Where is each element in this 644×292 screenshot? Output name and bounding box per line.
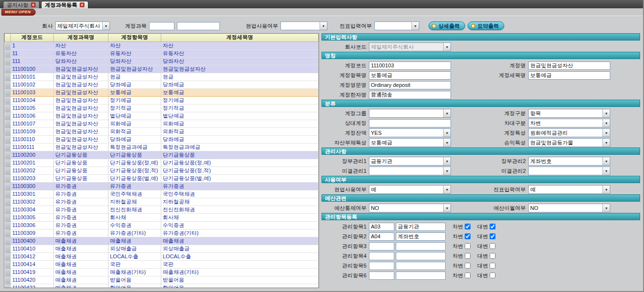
row-gutter — [5, 104, 11, 112]
mgmt-item-4-debit-checkbox[interactable] — [465, 253, 471, 259]
table-row[interactable]: 11100100현금및현금성자산현금및현금성자산현금및현금성자산 — [5, 65, 319, 73]
cell-subject-name: 자산 — [54, 42, 108, 49]
table-row[interactable]: 11100203단기금융상품단기금융상품(별,예)단기금융상품(별,예) — [5, 174, 319, 182]
mgmt-item-6-name-input[interactable] — [396, 271, 446, 280]
table-row[interactable]: 11100400매출채권매출채권매출채권 — [5, 237, 319, 245]
mgmt-item-5-code-input[interactable] — [369, 262, 394, 270]
table-row[interactable]: 11100419매출채권매출채권(기타)매출채권(기타) — [5, 268, 319, 276]
table-row[interactable]: 11100101현금및현금성자산현금현금 — [5, 73, 319, 81]
mgmt-item-3-name-input[interactable] — [396, 242, 446, 250]
table-row[interactable]: 11100304유가증권전신전화채권전신전화채권 — [5, 206, 319, 213]
tab-notice[interactable]: 공지사항 x — [3, 1, 40, 8]
slip-entry-select[interactable]: 예▼ — [528, 185, 610, 194]
account-detail-name-input[interactable] — [528, 71, 610, 80]
table-row[interactable]: 11100300유가증권유가증권유가증권 — [5, 182, 319, 190]
table-row[interactable]: 11100412매출채권LOCAL수출LOCAL수출 — [5, 252, 319, 260]
field-use-filter-select[interactable]: ▼ — [280, 21, 327, 30]
table-row[interactable]: 11100109현금및현금성자산외화적금외화적금 — [5, 127, 319, 135]
mgmt-item-3-code-input[interactable] — [369, 242, 394, 250]
mgmt-item-2-name-input[interactable] — [396, 232, 446, 241]
mgmt-item-1-name-input[interactable] — [396, 223, 446, 231]
table-row[interactable]: 111당좌자산당좌자산당좌자산 — [5, 57, 319, 65]
ledger-mgmt1-select[interactable]: 금융기관▼ — [369, 157, 451, 166]
account-name-search-input[interactable] — [177, 22, 220, 30]
cell-code: 11100400 — [11, 237, 54, 245]
table-row[interactable]: 11100102현금및현금성자산당좌예금당좌예금 — [5, 81, 319, 88]
menu-open-button[interactable]: MENU OPEN — [1, 9, 36, 16]
mgmt-item-2-credit-checkbox[interactable] — [490, 233, 495, 239]
table-row[interactable]: 11100410매출채권외상매출금외상매출금 — [5, 245, 319, 252]
account-english-name-input[interactable] — [369, 81, 451, 89]
table-row[interactable]: 11100306유가증권수익증권수익증권 — [5, 221, 319, 229]
field-use-select[interactable]: 예▼ — [369, 185, 451, 194]
mgmt-item-5-debit-checkbox[interactable] — [465, 263, 471, 269]
table-row[interactable]: 11100414매출채권국판국판 — [5, 260, 319, 268]
table-row[interactable]: 11100420매출채권받을어음받을어음 — [5, 276, 319, 284]
mgmt-item-6-credit-checkbox[interactable] — [490, 272, 495, 278]
mgmt-item-6-code-input[interactable] — [369, 271, 394, 280]
asset-liability-character-select[interactable]: 보통예금▼ — [369, 138, 451, 147]
table-row[interactable]: 11100305유가증권회사채회사채 — [5, 213, 319, 221]
company-label: 회사 — [42, 22, 53, 30]
mgmt-item-row: 관리항목6차변대변 — [322, 271, 640, 280]
summary-print-button[interactable]: 요약출력 — [468, 21, 504, 30]
budget-control-select[interactable]: NO▼ — [369, 204, 451, 212]
table-row[interactable]: 11100200단기금융상품단기금융상품단기금융상품 — [5, 151, 319, 159]
profit-loss-character-select[interactable]: 현금및현금등가물▼ — [528, 138, 610, 147]
budget-carryover-select[interactable]: NO▼ — [528, 204, 610, 212]
ledger-mgmt2-select[interactable]: 계좌번호▼ — [528, 157, 610, 166]
table-row[interactable]: 11100422매출채권할인어음할인어음 — [5, 284, 319, 288]
counter-account-input[interactable] — [369, 119, 451, 127]
table-row[interactable]: 11100202단기금융상품단기금융상품(정,적)단기금융상품(정,적) — [5, 167, 319, 174]
account-code-input[interactable] — [369, 62, 451, 70]
mgmt-item-5-name-input[interactable] — [396, 262, 446, 270]
mgmt-item-5-credit-checkbox[interactable] — [490, 263, 495, 269]
debit-credit-division-select[interactable]: 차변▼ — [528, 119, 610, 127]
tab-close-icon[interactable]: x — [31, 2, 36, 7]
mgmt-item-4-code-input[interactable] — [369, 252, 394, 260]
chevron-down-icon: ▼ — [443, 129, 451, 137]
table-row[interactable]: 11100104현금및현금성자산정기예금정기예금 — [5, 96, 319, 104]
cell-subject-name: 단기금융상품 — [54, 167, 108, 174]
account-balance-select[interactable]: YES▼ — [369, 128, 451, 137]
tab-close-icon[interactable]: x — [80, 2, 85, 7]
cell-item-name: 현금및현금성자산 — [108, 65, 161, 73]
mgmt-item-3-debit-checkbox[interactable] — [465, 243, 471, 249]
table-row[interactable]: 11100103현금및현금성자산보통예금보통예금 — [5, 88, 319, 96]
table-row[interactable]: 11100105현금및현금성자산정기적금정기적금 — [5, 104, 319, 112]
pending-mgmt2-select[interactable]: ▼ — [528, 167, 610, 175]
tab-account-register[interactable]: 계정과목등록 x — [41, 1, 88, 8]
mgmt-item-1-code-input[interactable] — [369, 223, 394, 231]
cell-item-name: 보통예금 — [108, 88, 161, 96]
mgmt-item-2-code-input[interactable] — [369, 232, 394, 241]
account-hanja-name-input[interactable] — [369, 91, 451, 99]
detail-print-button[interactable]: 상세출력 — [429, 21, 465, 30]
account-division-select[interactable]: 항목▼ — [528, 109, 610, 118]
mgmt-item-4-credit-checkbox[interactable] — [490, 253, 495, 259]
table-row[interactable]: 11100111현금및현금성자산특정현금과예금특정현금과예금 — [5, 143, 319, 151]
table-row[interactable]: 11100107현금및현금성자산외화예금외화예금 — [5, 120, 319, 127]
account-item-name-input[interactable] — [369, 71, 451, 80]
table-row[interactable]: 11100309유가증권유가증권(기타)유가증권(기타) — [5, 229, 319, 237]
account-code-search-input[interactable] — [149, 22, 174, 30]
mgmt-item-4-name-input[interactable] — [396, 252, 446, 260]
table-row[interactable]: 1자산자산자산 — [5, 42, 319, 49]
account-character-select[interactable]: 원화예적금관리▼ — [528, 128, 610, 137]
mgmt-item-3-credit-checkbox[interactable] — [490, 243, 495, 249]
mgmt-item-1-debit-checkbox[interactable] — [465, 224, 471, 229]
table-row[interactable]: 11100106현금및현금성자산별단예금별단예금 — [5, 112, 319, 120]
mgmt-item-2-debit-checkbox[interactable] — [465, 233, 471, 239]
table-row[interactable]: 11100301유가증권국민주택채권국민주택채권 — [5, 190, 319, 198]
account-group-select[interactable]: ▼ — [369, 109, 451, 118]
company-code-select[interactable]: 제일제지주식회사▼ — [369, 42, 451, 51]
table-row[interactable]: 11100201단기금융상품단기금융상품(정,예)단기금융상품(정,예) — [5, 159, 319, 167]
pending-mgmt1-select[interactable]: ▼ — [369, 167, 451, 175]
mgmt-item-6-debit-checkbox[interactable] — [465, 272, 471, 278]
company-select[interactable]: 제일제지주식회사 ▼ — [55, 21, 110, 30]
table-row[interactable]: 11100110현금및현금성자산당좌예금당좌예금 — [5, 135, 319, 143]
slip-entry-filter-select[interactable]: ▼ — [374, 21, 419, 30]
table-row[interactable]: 11유동자산유동자산유동자산 — [5, 49, 319, 57]
table-row[interactable]: 11100302유가증권지하철공채지하철공채 — [5, 198, 319, 206]
account-name-input[interactable] — [528, 62, 610, 70]
mgmt-item-1-credit-checkbox[interactable] — [490, 224, 495, 229]
